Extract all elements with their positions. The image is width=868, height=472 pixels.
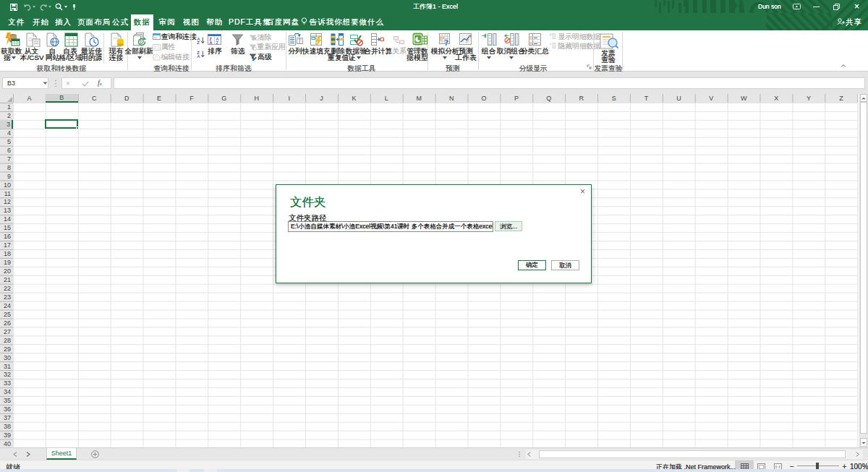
svg-text:Z: Z [197,40,200,44]
svg-text:A: A [210,40,213,45]
svg-text:?: ? [444,38,448,46]
